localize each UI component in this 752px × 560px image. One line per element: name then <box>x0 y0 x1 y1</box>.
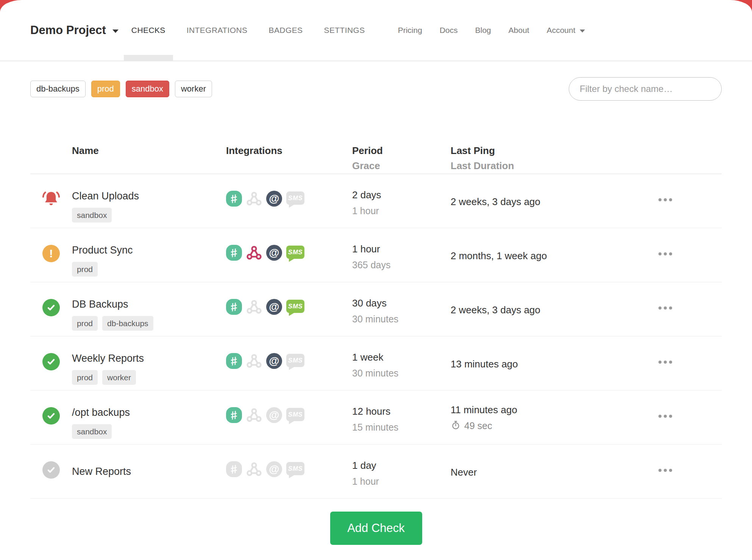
add-check-container: Add Check <box>0 512 752 545</box>
integrations-cell: #@SMS <box>226 390 352 444</box>
row-menu-button[interactable] <box>658 197 673 203</box>
menu-cell <box>644 390 722 444</box>
row-menu-button[interactable] <box>658 305 673 311</box>
slack-icon: # <box>226 245 242 261</box>
check-tag: sandbox <box>72 424 112 439</box>
tag-filter-prod[interactable]: prod <box>91 81 120 97</box>
webhook-icon <box>246 299 262 315</box>
row-menu-button[interactable] <box>658 359 673 365</box>
last-ping-cell: 2 weeks, 3 days ago <box>451 282 644 336</box>
account-menu[interactable]: Account <box>538 26 585 35</box>
project-name: Demo Project <box>30 23 106 37</box>
check-tags: proddb-backups <box>72 316 226 331</box>
check-tag: prod <box>72 262 98 277</box>
tab-settings[interactable]: SETTINGS <box>313 0 375 61</box>
header-name: Name <box>72 146 226 171</box>
webhook-icon <box>246 353 262 369</box>
header-period-grace: Period Grace <box>352 146 451 171</box>
email-icon: @ <box>266 353 282 369</box>
period-value: 2 days <box>352 190 451 200</box>
period-cell: 1 week 30 minutes <box>352 336 451 390</box>
row-menu-button[interactable] <box>658 467 673 473</box>
slack-icon: # <box>226 353 242 369</box>
link-pricing[interactable]: Pricing <box>389 26 431 35</box>
period-cell: 30 days 30 minutes <box>352 282 451 336</box>
header-last-ping: Last Ping <box>451 146 644 156</box>
header-lastping-duration: Last Ping Last Duration <box>451 146 644 171</box>
tag-filter-worker[interactable]: worker <box>175 81 212 97</box>
period-value: 1 hour <box>352 244 451 254</box>
nav-links: Pricing Docs Blog About Account <box>389 26 585 35</box>
check-name[interactable]: Product Sync <box>72 245 226 256</box>
check-name[interactable]: DB Backups <box>72 299 226 310</box>
grace-value: 365 days <box>352 260 451 270</box>
status-cell <box>30 174 72 228</box>
integrations-cell: #@SMS <box>226 336 352 390</box>
last-ping-value: Never <box>451 467 644 477</box>
check-tag: prod <box>72 316 98 331</box>
check-name[interactable]: /opt backups <box>72 407 226 418</box>
status-late-icon: ! <box>42 245 60 262</box>
check-tag: sandbox <box>72 208 112 222</box>
last-duration: 49 sec <box>451 420 644 432</box>
sms-icon: SMS <box>286 462 304 475</box>
period-value: 12 hours <box>352 406 451 416</box>
name-cell: Product Sync prod <box>72 228 226 282</box>
stopwatch-icon <box>451 420 461 432</box>
grace-value: 1 hour <box>352 206 451 216</box>
period-value: 30 days <box>352 298 451 308</box>
last-ping-cell: 2 months, 1 week ago <box>451 228 644 282</box>
top-navbar: Demo Project CHECKS INTEGRATIONS BADGES … <box>0 0 752 61</box>
status-cell <box>30 390 72 444</box>
row-menu-button[interactable] <box>658 251 673 257</box>
sms-icon: SMS <box>286 191 304 205</box>
check-tags: prodworker <box>72 370 226 385</box>
period-value: 1 week <box>352 352 451 362</box>
link-docs[interactable]: Docs <box>431 26 466 35</box>
check-tag: db-backups <box>102 316 153 331</box>
tab-badges[interactable]: BADGES <box>258 0 314 61</box>
row-menu-button[interactable] <box>658 413 673 419</box>
slack-icon: # <box>226 461 242 477</box>
check-row: /opt backups sandbox #@SMS 12 hours 15 m… <box>30 390 722 445</box>
check-tags: prod <box>72 262 226 277</box>
status-cell <box>30 336 72 390</box>
name-cell: New Reports <box>72 445 226 498</box>
tag-filter-db-backups[interactable]: db-backups <box>30 81 86 97</box>
check-name-filter-input[interactable] <box>569 77 722 101</box>
slack-icon: # <box>226 191 242 207</box>
webhook-icon <box>246 407 262 423</box>
name-cell: DB Backups proddb-backups <box>72 282 226 336</box>
sms-icon: SMS <box>286 300 304 313</box>
integrations-cell: #@SMS <box>226 282 352 336</box>
grace-value: 30 minutes <box>352 369 451 378</box>
project-switcher[interactable]: Demo Project <box>30 23 119 37</box>
tab-checks[interactable]: CHECKS <box>121 0 176 61</box>
checks-table: Name Integrations Period Grace Last Ping… <box>30 146 722 499</box>
status-up-check-icon <box>42 299 60 316</box>
header-integrations: Integrations <box>226 146 352 171</box>
status-cell: ! <box>30 228 72 282</box>
link-blog[interactable]: Blog <box>466 26 500 35</box>
nav-tabs: CHECKS INTEGRATIONS BADGES SETTINGS <box>121 0 376 61</box>
tab-integrations[interactable]: INTEGRATIONS <box>176 0 258 61</box>
status-up-check-icon <box>42 407 60 425</box>
tag-filter-sandbox[interactable]: sandbox <box>126 81 169 97</box>
grace-value: 30 minutes <box>352 314 451 324</box>
checks-table-body: Clean Uploads sandbox #@SMS 2 days 1 hou… <box>30 174 722 499</box>
sms-icon: SMS <box>286 408 304 421</box>
check-name[interactable]: New Reports <box>72 466 226 478</box>
slack-icon: # <box>226 299 242 315</box>
check-name[interactable]: Clean Uploads <box>72 191 226 202</box>
status-up-check-icon <box>42 353 60 370</box>
check-name[interactable]: Weekly Reports <box>72 353 226 364</box>
chevron-down-icon <box>580 30 585 33</box>
check-tag: worker <box>102 370 136 385</box>
last-ping-value: 2 months, 1 week ago <box>451 251 644 261</box>
link-about[interactable]: About <box>500 26 538 35</box>
email-icon: @ <box>266 461 282 477</box>
add-check-button[interactable]: Add Check <box>330 512 422 545</box>
menu-cell <box>644 336 722 390</box>
last-ping-value: 2 weeks, 3 days ago <box>451 197 644 207</box>
last-ping-value: 13 minutes ago <box>451 359 644 369</box>
